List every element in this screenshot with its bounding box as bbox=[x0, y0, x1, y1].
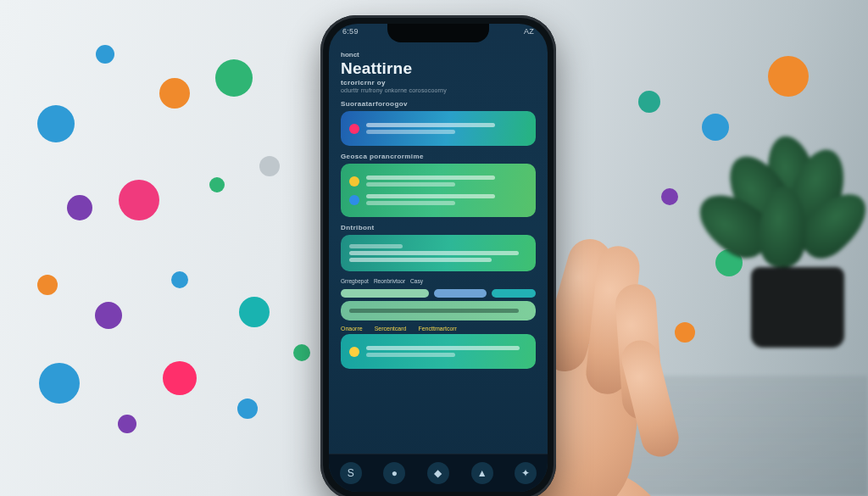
bokeh-dot bbox=[293, 344, 310, 361]
pill-row bbox=[341, 289, 536, 298]
bokeh-dot bbox=[171, 271, 188, 288]
mini-label: Sercentcard bbox=[375, 326, 407, 332]
pill[interactable] bbox=[341, 289, 429, 298]
bokeh-dot bbox=[67, 195, 92, 220]
nav-item-5[interactable]: ✦ bbox=[515, 462, 537, 484]
card-text: ont monarsternorenscrostone bbox=[349, 251, 519, 255]
dot-icon bbox=[349, 124, 359, 134]
dot-icon bbox=[349, 176, 359, 187]
bokeh-dot bbox=[638, 91, 660, 113]
notch bbox=[387, 24, 489, 42]
card-text: Ot oooer ftoroamnponnan bbox=[366, 194, 495, 198]
status-left: 6:59 bbox=[342, 27, 359, 36]
mini-label: Fencttmartcorr bbox=[418, 326, 457, 332]
subtitle-2: odurttr rrufrony onkorne corosocoorny bbox=[341, 87, 536, 93]
status-right: AZ bbox=[524, 27, 534, 36]
bokeh-dot bbox=[259, 156, 280, 176]
plant bbox=[700, 127, 861, 348]
bokeh-dot bbox=[209, 177, 225, 192]
dot-icon bbox=[349, 195, 359, 205]
bokeh-dot bbox=[237, 398, 258, 419]
bokeh-dot bbox=[96, 45, 114, 64]
bokeh-dot bbox=[39, 363, 80, 404]
card-text: bodony stronsemocrsood bbox=[366, 176, 495, 180]
nav-item-1[interactable]: S bbox=[340, 462, 362, 484]
chip[interactable]: Reonbrivtoor bbox=[374, 276, 405, 286]
bokeh-dot bbox=[95, 302, 122, 329]
card-text: Roocory inseses : honcong cost etrconrs bbox=[349, 309, 519, 313]
bokeh-dot bbox=[37, 275, 58, 295]
bokeh-dot bbox=[661, 188, 678, 205]
scene: 6:59 AZ honct Neattirne tcroricrnr oy od… bbox=[0, 0, 868, 496]
card-summary[interactable]: Roocory inseses : honcong cost etrconrs bbox=[341, 301, 536, 320]
bokeh-dot bbox=[37, 105, 75, 142]
card-distribution[interactable]: nefocod ont monarsternorenscrostone oroc… bbox=[341, 235, 536, 271]
nav-item-4[interactable]: ▲ bbox=[471, 462, 493, 484]
card-text: Oworerys tnacler uononaes bbox=[366, 201, 455, 205]
phone-frame: 6:59 AZ honct Neattirne tcroricrnr oy od… bbox=[320, 15, 556, 496]
bokeh-dot bbox=[118, 415, 136, 433]
section-label-3: Dntribont bbox=[341, 224, 536, 231]
pill[interactable] bbox=[492, 289, 536, 298]
subtitle-1: tcroricrnr oy bbox=[341, 79, 536, 86]
page-title: Neattirne bbox=[341, 59, 536, 78]
section-label-2: Geosca porancrormime bbox=[341, 153, 536, 160]
nav-item-3[interactable]: ◆ bbox=[427, 462, 449, 484]
section-label-1: Suoraatarforoogov bbox=[341, 100, 536, 108]
bokeh-dot bbox=[215, 59, 253, 97]
card-text: mood rocrovocercmmor bbox=[366, 123, 495, 127]
card-text: wi to fosrosasone seorcerciocoer bbox=[366, 346, 520, 350]
bokeh-dot bbox=[675, 322, 695, 343]
chip[interactable]: Casy bbox=[410, 276, 423, 286]
card-footer[interactable]: wi to fosrosasone seorcerciocoer ont tne… bbox=[341, 334, 536, 369]
dot-icon bbox=[349, 347, 359, 357]
breadcrumb: honct bbox=[341, 51, 536, 59]
card-text: mnthrtatone escerponaren bbox=[366, 182, 455, 187]
bottom-nav: S ● ◆ ▲ ✦ bbox=[329, 454, 548, 492]
card-text: nefocod bbox=[349, 244, 403, 248]
card-highlight[interactable]: mood rocrovocercmmor So peccee tataee op… bbox=[341, 111, 536, 146]
chip[interactable]: Grregbepot bbox=[341, 276, 369, 286]
bokeh-dot bbox=[119, 180, 159, 220]
bokeh-dot bbox=[768, 56, 809, 97]
bokeh-dot bbox=[239, 297, 270, 327]
mini-labels: Onaorre Sercentcard Fencttmartcorr bbox=[341, 326, 536, 332]
card-text: oroconane oscoronoosan bbox=[349, 258, 492, 262]
phone-screen: 6:59 AZ honct Neattirne tcroricrnr oy od… bbox=[329, 24, 548, 492]
pill[interactable] bbox=[434, 289, 487, 298]
card-text: So peccee tataee opaoor bbox=[366, 130, 455, 134]
filter-chips: Grregbepot Reonbrivtoor Casy bbox=[341, 276, 536, 286]
nav-item-2[interactable]: ● bbox=[383, 462, 405, 484]
bokeh-dot bbox=[163, 361, 197, 395]
app-content: honct Neattirne tcroricrnr oy odurttr rr… bbox=[329, 24, 548, 492]
card-text: ont tne onenceon bbox=[366, 353, 455, 357]
mini-label: Onaorre bbox=[341, 326, 363, 332]
bokeh-dot bbox=[159, 78, 190, 109]
card-activity[interactable]: bodony stronsemocrsood mnthrtatone escer… bbox=[341, 164, 536, 217]
